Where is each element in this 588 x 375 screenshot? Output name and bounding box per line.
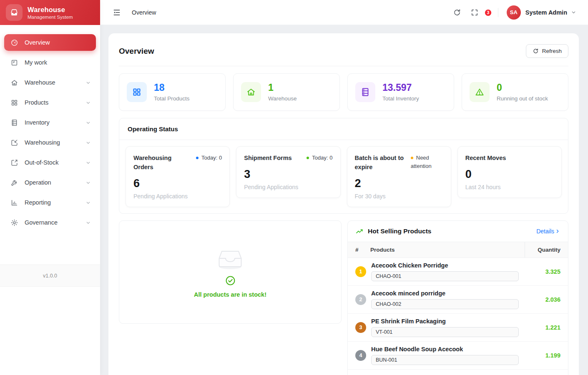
hot-selling-products-card: Hot Selling Products Details # Products … xyxy=(347,220,568,375)
chevron-down-icon xyxy=(85,120,91,125)
dashboard-icon xyxy=(10,39,18,47)
product-name: Acecook Chicken Porridge xyxy=(371,262,519,269)
sidebar-item-label: Out-of-Stock xyxy=(25,159,58,166)
product-sku-tag: BUN-001 xyxy=(371,355,519,365)
op-card-value: 0 xyxy=(465,168,554,181)
chevron-down-icon xyxy=(85,200,91,205)
product-name: Acecook minced porridge xyxy=(371,290,519,297)
stat-value: 0 xyxy=(497,82,548,93)
sidebar-item-label: Warehousing xyxy=(25,139,60,146)
sidebar-item-reporting[interactable]: Reporting xyxy=(4,194,96,211)
product-name: PE Shrink Film Packaging xyxy=(371,318,519,325)
op-card-badge: Today: 0 xyxy=(307,154,332,163)
rise-icon xyxy=(355,227,364,235)
sidebar-item-warehouse[interactable]: Warehouse xyxy=(4,74,96,91)
stat-card-out-of-stock: 0 Running out of stock xyxy=(462,73,568,111)
project-icon xyxy=(10,59,18,67)
column-products: Products xyxy=(370,242,525,258)
wrench-icon xyxy=(10,179,18,187)
main-area: Overview Refresh 18 xyxy=(100,25,588,375)
sidebar-item-label: Warehouse xyxy=(25,79,55,86)
breadcrumb: Overview xyxy=(132,9,156,16)
sidebar-item-label: Overview xyxy=(25,39,50,46)
menu-fold-icon[interactable] xyxy=(113,8,121,17)
stat-value: 1 xyxy=(268,82,297,93)
stock-status-message: All products are in stock! xyxy=(194,291,266,298)
chevron-down-icon[interactable] xyxy=(571,10,576,15)
divider xyxy=(119,66,568,66)
appstore-icon xyxy=(10,99,18,107)
database-icon xyxy=(355,82,375,102)
op-card-shipment-forms: Shipment Forms Today: 0 3 Pending Applic… xyxy=(236,146,340,198)
op-card-title: Warehousing Orders xyxy=(133,154,192,172)
op-card-caption: Pending Applications xyxy=(244,184,332,190)
sidebar-item-overview[interactable]: Overview xyxy=(4,34,96,51)
column-quantity: Quantity xyxy=(525,242,560,258)
reload-icon[interactable] xyxy=(453,8,461,17)
refresh-button-label: Refresh xyxy=(542,48,562,54)
rank-badge: 3 xyxy=(355,322,366,333)
hot-products-title: Hot Selling Products xyxy=(368,228,431,235)
op-card-title: Shipment Forms xyxy=(244,154,291,163)
op-card-value: 6 xyxy=(133,177,222,190)
notification-badge: 3 xyxy=(485,9,492,16)
chevron-down-icon xyxy=(85,160,91,165)
database-icon xyxy=(10,119,18,127)
product-sku-tag: VT-001 xyxy=(371,327,519,337)
app-version: v1.0.0 xyxy=(0,265,100,287)
table-row: 2 Acecook minced porridge CHAO-002 2.036 xyxy=(348,286,568,314)
check-circle-icon xyxy=(225,275,236,286)
op-card-value: 3 xyxy=(244,168,332,181)
table-row: 5 Thai Shrimp Hot Pot Noodles xyxy=(348,370,568,375)
sidebar-item-out-of-stock[interactable]: Out-of-Stock xyxy=(4,154,96,171)
stat-label: Total Products xyxy=(154,95,190,102)
sidebar-item-my-work[interactable]: My work xyxy=(4,54,96,71)
chevron-down-icon xyxy=(85,220,91,225)
sidebar-item-inventory[interactable]: Inventory xyxy=(4,114,96,131)
export-icon xyxy=(10,159,18,167)
warning-icon xyxy=(470,82,490,102)
home-icon xyxy=(241,82,261,102)
op-card-warehousing-orders: Warehousing Orders Today: 0 6 Pending Ap… xyxy=(126,146,230,207)
chevron-right-icon xyxy=(555,228,560,234)
status-dot xyxy=(196,157,199,159)
column-rank: # xyxy=(355,242,370,258)
sidebar-item-operation[interactable]: Operation xyxy=(4,174,96,191)
table-row: 4 Hue Beef Noodle Soup Acecook BUN-001 1… xyxy=(348,342,568,370)
user-name[interactable]: System Admin xyxy=(525,9,567,16)
table-row: 1 Acecook Chicken Porridge CHAO-001 3.32… xyxy=(348,258,568,286)
product-quantity: 2.036 xyxy=(525,296,560,303)
rank-badge: 4 xyxy=(355,350,366,361)
product-sku-tag: CHAO-001 xyxy=(371,271,519,281)
app-title: Warehouse xyxy=(28,6,73,14)
op-card-caption: For 30 days xyxy=(355,193,443,200)
reload-icon xyxy=(533,48,539,54)
rank-badge: 2 xyxy=(355,294,366,305)
sidebar-item-label: Inventory xyxy=(25,119,50,126)
op-card-caption: Pending Applications xyxy=(133,193,222,200)
fullscreen-icon[interactable] xyxy=(470,8,479,17)
table-header: # Products Quantity xyxy=(348,242,568,258)
appstore-icon xyxy=(127,82,147,102)
sidebar-item-label: Governance xyxy=(25,219,58,226)
status-dot xyxy=(411,157,413,159)
topbar: Overview 3 SA System Admin xyxy=(100,0,588,25)
avatar[interactable]: SA xyxy=(507,5,521,20)
product-quantity: 3.325 xyxy=(525,268,560,275)
sidebar-item-governance[interactable]: Governance xyxy=(4,214,96,231)
stat-label: Total Inventory xyxy=(382,95,419,102)
sidebar-item-warehousing[interactable]: Warehousing xyxy=(4,134,96,151)
sidebar-item-products[interactable]: Products xyxy=(4,94,96,111)
stat-card-total-products: 18 Total Products xyxy=(119,73,226,111)
refresh-button[interactable]: Refresh xyxy=(526,44,568,58)
product-quantity: 1.199 xyxy=(525,352,560,359)
op-card-title: Recent Moves xyxy=(465,154,506,163)
topbar-divider xyxy=(498,8,498,17)
import-icon xyxy=(10,139,18,147)
details-link[interactable]: Details xyxy=(536,228,560,235)
bar-chart-icon xyxy=(10,199,18,207)
op-card-caption: Last 24 hours xyxy=(465,184,554,190)
sidebar-item-label: Operation xyxy=(25,179,51,186)
empty-tray-icon xyxy=(214,246,246,270)
chevron-down-icon xyxy=(85,80,91,85)
